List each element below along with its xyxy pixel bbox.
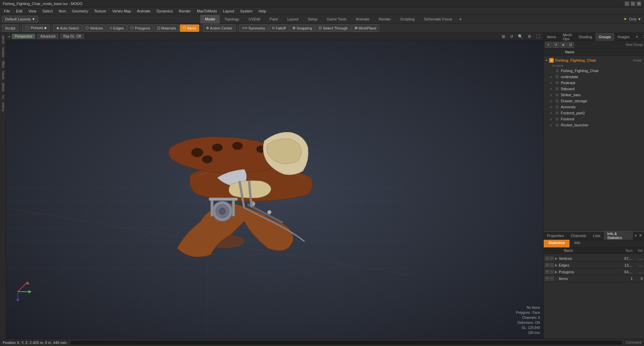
- viewport-reset-icon[interactable]: ↺: [510, 34, 513, 39]
- sculpt-button[interactable]: Sculpt: [2, 24, 18, 32]
- list-item-5[interactable]: ✓ ⬡ Striker_bars: [544, 92, 644, 98]
- menu-animate[interactable]: Animate: [134, 8, 153, 14]
- maximize-button[interactable]: □: [631, 1, 635, 6]
- perspective-button[interactable]: Perspective: [12, 34, 35, 39]
- falloff-button[interactable]: ⊙ Falloff: [269, 24, 289, 32]
- sidebar-item-edge[interactable]: Edge: [1, 59, 5, 69]
- vertices-button[interactable]: ⬡ Vertices: [83, 24, 106, 32]
- action-center-button[interactable]: ⊕ Action Center: [203, 24, 235, 32]
- tab-gametools[interactable]: Game Tools: [322, 15, 351, 23]
- menu-select[interactable]: Select: [40, 8, 55, 14]
- tab-schematic[interactable]: Schematic Focus: [419, 15, 457, 23]
- advanced-button[interactable]: Advanced: [37, 34, 58, 39]
- tab-model[interactable]: Model: [200, 15, 220, 23]
- scene-list-btn-3[interactable]: ⊕: [560, 42, 567, 48]
- sidebar-item-fusion[interactable]: Fusion: [1, 101, 5, 113]
- auto-select-button[interactable]: ◈ Auto Select: [53, 24, 82, 32]
- menu-system[interactable]: System: [237, 8, 255, 14]
- materials-button[interactable]: ◫ Materials: [154, 24, 179, 32]
- polygons-button[interactable]: ⬡ Polygons: [127, 24, 153, 32]
- tab-paint[interactable]: Paint: [265, 15, 283, 23]
- tab-lists[interactable]: Lists: [590, 232, 604, 240]
- menu-layout[interactable]: Layout: [220, 8, 237, 14]
- tab-animate[interactable]: Animate: [351, 15, 374, 23]
- stats-tab-info[interactable]: Info: [570, 240, 585, 247]
- list-item-2[interactable]: ✓ ⬡ underplate: [544, 74, 644, 80]
- tab-channels[interactable]: Channels: [567, 232, 589, 240]
- tab-groups[interactable]: Groups: [595, 33, 614, 41]
- group-item-main[interactable]: ▼ ⊞ Fishing_Fighting_Chair Group: [544, 57, 644, 64]
- select-through-button[interactable]: ⊡ Select Through: [316, 24, 351, 32]
- list-item-1[interactable]: ⬡ Fishing_Fighting_Chair: [544, 68, 644, 74]
- menu-edit[interactable]: Edit: [13, 8, 25, 14]
- list-item-6[interactable]: ✓ ⬡ Drawer_storage: [544, 98, 644, 104]
- stats-tab-statistics[interactable]: Statistics: [544, 240, 570, 247]
- menu-maxtomode[interactable]: MaxToModo: [194, 8, 220, 14]
- edges-button[interactable]: ◇ Edges: [107, 24, 127, 32]
- menu-dynamics[interactable]: Dynamics: [154, 8, 175, 14]
- snapping-button[interactable]: ⊞ Snapping: [289, 24, 315, 32]
- tab-uvedit[interactable]: UVEdit: [244, 15, 265, 23]
- tab-images[interactable]: Images: [614, 33, 633, 41]
- viewport-zoom-icon[interactable]: 🔍: [518, 34, 523, 39]
- sidebar-item-deform[interactable]: Deform: [1, 46, 5, 59]
- tab-add-button[interactable]: +: [457, 16, 464, 22]
- menu-render[interactable]: Render: [176, 8, 194, 14]
- command-input[interactable]: [70, 340, 622, 345]
- tab-render[interactable]: Render: [374, 15, 395, 23]
- stats-minus-edges[interactable]: −: [550, 263, 554, 267]
- sidebar-item-uv[interactable]: UV: [1, 94, 5, 101]
- menu-item[interactable]: Item: [56, 8, 68, 14]
- list-item-3[interactable]: ✓ ⬡ Pedestal: [544, 80, 644, 86]
- tab-meshops[interactable]: Mesh Ops: [559, 33, 575, 41]
- stats-minus-items[interactable]: −: [550, 277, 554, 281]
- close-button[interactable]: ✕: [637, 1, 641, 6]
- tab-info-stats[interactable]: Info & Statistics: [604, 232, 633, 240]
- tab-topology[interactable]: Topology: [220, 15, 244, 23]
- viewport-frame-icon[interactable]: ⊞: [502, 34, 505, 39]
- scene-list-btn-4[interactable]: ⊡: [567, 42, 574, 48]
- tab-add-button[interactable]: +: [633, 34, 641, 40]
- stats-expand-edges[interactable]: +: [545, 263, 549, 267]
- panel-close-button[interactable]: ✕: [641, 34, 644, 40]
- menu-file[interactable]: File: [1, 8, 13, 14]
- stats-expand-items[interactable]: +: [545, 277, 549, 281]
- raygl-button[interactable]: Ray GL: Off: [60, 34, 84, 39]
- menu-view[interactable]: View: [26, 8, 39, 14]
- presets-button[interactable]: ⬛ Presets ■: [22, 24, 50, 32]
- list-item-10[interactable]: ✓ ⬡ Rocket_launcher: [544, 122, 644, 128]
- new-group-button[interactable]: +: [545, 42, 552, 48]
- tab-properties[interactable]: Properties: [544, 232, 567, 240]
- list-item-8[interactable]: ✓ ⬡ Footrest_part2: [544, 110, 644, 116]
- symmetry-button[interactable]: ⟺ Symmetry: [239, 24, 268, 32]
- stats-minus-polygons[interactable]: −: [550, 270, 554, 274]
- tab-scripting[interactable]: Scripting: [395, 15, 419, 23]
- tab-items[interactable]: Items: [544, 33, 559, 41]
- scene-list-btn-2[interactable]: ↺: [552, 42, 559, 48]
- tab-shading[interactable]: Shading: [575, 33, 595, 41]
- bottom-panel-close[interactable]: ✕: [637, 233, 644, 238]
- viewport-fullscreen-icon[interactable]: ⛶: [536, 34, 540, 39]
- layout-dropdown[interactable]: Default Layouts ▼: [2, 16, 38, 22]
- menu-vertexmap[interactable]: Vertex Map: [110, 8, 134, 14]
- viewport-expand-icon[interactable]: ◂: [8, 35, 10, 38]
- list-item-9[interactable]: ✓ ⬡ Footrest: [544, 116, 644, 122]
- list-item-7[interactable]: ✓ ⬡ Armrests: [544, 104, 644, 110]
- menu-geometry[interactable]: Geometry: [69, 8, 91, 14]
- bottom-tab-add[interactable]: +: [634, 233, 637, 238]
- minimize-button[interactable]: ─: [625, 1, 629, 6]
- menu-help[interactable]: Help: [256, 8, 269, 14]
- tab-layout[interactable]: Layout: [283, 15, 303, 23]
- sidebar-item-vertex[interactable]: Vertex: [1, 70, 5, 81]
- sidebar-item-morph[interactable]: Morph: [1, 81, 5, 93]
- list-item-4[interactable]: ✓ ⬡ Sitboard: [544, 86, 644, 92]
- stats-minus-vertices[interactable]: −: [550, 256, 554, 261]
- sidebar-item-sculpt[interactable]: Sculpt: [1, 34, 5, 45]
- stats-expand-vertices[interactable]: +: [545, 256, 549, 261]
- menu-texture[interactable]: Texture: [92, 8, 109, 14]
- stats-expand-polygons[interactable]: +: [545, 270, 549, 274]
- viewport[interactable]: No Items Polygons : Face Channels: 0 Def…: [6, 40, 543, 339]
- tab-setup[interactable]: Setup: [303, 15, 322, 23]
- workplane-button[interactable]: ⊠ WorkPlane: [352, 24, 380, 32]
- items-button[interactable]: ⬡ Items: [180, 24, 199, 32]
